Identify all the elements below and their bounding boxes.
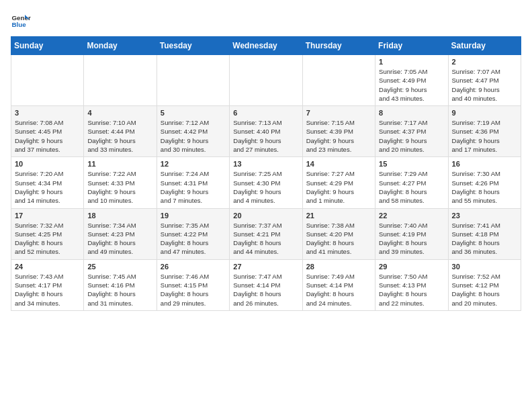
calendar-cell: 10Sunrise: 7:20 AM Sunset: 4:34 PM Dayli… xyxy=(11,157,84,208)
calendar-cell: 12Sunrise: 7:24 AM Sunset: 4:31 PM Dayli… xyxy=(157,157,229,208)
day-info: Sunrise: 7:32 AM Sunset: 4:25 PM Dayligh… xyxy=(15,221,80,257)
day-info: Sunrise: 7:29 AM Sunset: 4:27 PM Dayligh… xyxy=(379,169,444,205)
day-info: Sunrise: 7:41 AM Sunset: 4:18 PM Dayligh… xyxy=(452,221,517,257)
weekday-header-saturday: Saturday xyxy=(448,37,521,55)
calendar-cell xyxy=(230,55,302,106)
day-info: Sunrise: 7:05 AM Sunset: 4:49 PM Dayligh… xyxy=(379,67,444,103)
logo: General Blue xyxy=(11,11,31,31)
page-header: General Blue xyxy=(11,11,521,31)
calendar-cell: 21Sunrise: 7:38 AM Sunset: 4:20 PM Dayli… xyxy=(302,208,375,259)
day-info: Sunrise: 7:24 AM Sunset: 4:31 PM Dayligh… xyxy=(161,169,226,205)
weekday-header-thursday: Thursday xyxy=(302,37,375,55)
day-info: Sunrise: 7:46 AM Sunset: 4:15 PM Dayligh… xyxy=(161,272,226,308)
calendar-cell xyxy=(157,55,229,106)
logo-icon: General Blue xyxy=(11,11,31,31)
day-number: 19 xyxy=(161,212,226,220)
calendar-table: SundayMondayTuesdayWednesdayThursdayFrid… xyxy=(11,36,521,311)
calendar-cell: 23Sunrise: 7:41 AM Sunset: 4:18 PM Dayli… xyxy=(448,208,521,259)
calendar-cell: 20Sunrise: 7:37 AM Sunset: 4:21 PM Dayli… xyxy=(230,208,302,259)
day-info: Sunrise: 7:49 AM Sunset: 4:14 PM Dayligh… xyxy=(306,272,371,308)
calendar-cell xyxy=(11,55,84,106)
calendar-week-row: 3Sunrise: 7:08 AM Sunset: 4:45 PM Daylig… xyxy=(11,106,521,157)
day-number: 27 xyxy=(233,263,298,271)
calendar-cell: 28Sunrise: 7:49 AM Sunset: 4:14 PM Dayli… xyxy=(302,259,375,310)
day-info: Sunrise: 7:22 AM Sunset: 4:33 PM Dayligh… xyxy=(87,169,152,205)
day-info: Sunrise: 7:37 AM Sunset: 4:21 PM Dayligh… xyxy=(233,221,298,257)
calendar-cell: 24Sunrise: 7:43 AM Sunset: 4:17 PM Dayli… xyxy=(11,259,84,310)
weekday-header-friday: Friday xyxy=(375,37,448,55)
day-info: Sunrise: 7:35 AM Sunset: 4:22 PM Dayligh… xyxy=(161,221,226,257)
calendar-cell: 27Sunrise: 7:47 AM Sunset: 4:14 PM Dayli… xyxy=(230,259,302,310)
calendar-cell: 18Sunrise: 7:34 AM Sunset: 4:23 PM Dayli… xyxy=(84,208,157,259)
day-info: Sunrise: 7:30 AM Sunset: 4:26 PM Dayligh… xyxy=(452,169,517,205)
calendar-cell: 6Sunrise: 7:13 AM Sunset: 4:40 PM Daylig… xyxy=(230,106,302,157)
day-info: Sunrise: 7:15 AM Sunset: 4:39 PM Dayligh… xyxy=(306,118,371,154)
day-number: 16 xyxy=(452,160,517,168)
day-number: 3 xyxy=(15,109,80,117)
calendar-cell: 8Sunrise: 7:17 AM Sunset: 4:37 PM Daylig… xyxy=(375,106,448,157)
calendar-header-row: SundayMondayTuesdayWednesdayThursdayFrid… xyxy=(11,37,521,55)
day-number: 26 xyxy=(161,263,226,271)
weekday-header-tuesday: Tuesday xyxy=(157,37,229,55)
day-info: Sunrise: 7:45 AM Sunset: 4:16 PM Dayligh… xyxy=(87,272,152,308)
calendar-cell: 22Sunrise: 7:40 AM Sunset: 4:19 PM Dayli… xyxy=(375,208,448,259)
day-info: Sunrise: 7:20 AM Sunset: 4:34 PM Dayligh… xyxy=(15,169,80,205)
day-info: Sunrise: 7:52 AM Sunset: 4:12 PM Dayligh… xyxy=(452,272,517,308)
day-number: 17 xyxy=(15,212,80,220)
day-number: 12 xyxy=(161,160,226,168)
calendar-week-row: 1Sunrise: 7:05 AM Sunset: 4:49 PM Daylig… xyxy=(11,55,521,106)
calendar-cell: 14Sunrise: 7:27 AM Sunset: 4:29 PM Dayli… xyxy=(302,157,375,208)
calendar-cell: 2Sunrise: 7:07 AM Sunset: 4:47 PM Daylig… xyxy=(448,55,521,106)
day-info: Sunrise: 7:10 AM Sunset: 4:44 PM Dayligh… xyxy=(87,118,152,154)
day-info: Sunrise: 7:25 AM Sunset: 4:30 PM Dayligh… xyxy=(233,169,298,205)
day-number: 21 xyxy=(306,212,371,220)
day-number: 13 xyxy=(233,160,298,168)
day-info: Sunrise: 7:50 AM Sunset: 4:13 PM Dayligh… xyxy=(379,272,444,308)
calendar-cell: 29Sunrise: 7:50 AM Sunset: 4:13 PM Dayli… xyxy=(375,259,448,310)
day-info: Sunrise: 7:27 AM Sunset: 4:29 PM Dayligh… xyxy=(306,169,371,205)
day-info: Sunrise: 7:08 AM Sunset: 4:45 PM Dayligh… xyxy=(15,118,80,154)
svg-text:General: General xyxy=(12,14,32,21)
day-number: 2 xyxy=(452,58,517,66)
day-number: 18 xyxy=(87,212,152,220)
calendar-cell xyxy=(84,55,157,106)
day-number: 15 xyxy=(379,160,444,168)
day-info: Sunrise: 7:19 AM Sunset: 4:36 PM Dayligh… xyxy=(452,118,517,154)
day-number: 22 xyxy=(379,212,444,220)
day-number: 25 xyxy=(87,263,152,271)
day-number: 20 xyxy=(233,212,298,220)
calendar-cell: 19Sunrise: 7:35 AM Sunset: 4:22 PM Dayli… xyxy=(157,208,229,259)
day-info: Sunrise: 7:17 AM Sunset: 4:37 PM Dayligh… xyxy=(379,118,444,154)
day-info: Sunrise: 7:12 AM Sunset: 4:42 PM Dayligh… xyxy=(161,118,226,154)
calendar-cell: 9Sunrise: 7:19 AM Sunset: 4:36 PM Daylig… xyxy=(448,106,521,157)
day-number: 4 xyxy=(87,109,152,117)
calendar-cell: 11Sunrise: 7:22 AM Sunset: 4:33 PM Dayli… xyxy=(84,157,157,208)
day-info: Sunrise: 7:34 AM Sunset: 4:23 PM Dayligh… xyxy=(87,221,152,257)
day-info: Sunrise: 7:47 AM Sunset: 4:14 PM Dayligh… xyxy=(233,272,298,308)
calendar-cell: 30Sunrise: 7:52 AM Sunset: 4:12 PM Dayli… xyxy=(448,259,521,310)
day-number: 1 xyxy=(379,58,444,66)
day-number: 14 xyxy=(306,160,371,168)
day-info: Sunrise: 7:38 AM Sunset: 4:20 PM Dayligh… xyxy=(306,221,371,257)
calendar-week-row: 10Sunrise: 7:20 AM Sunset: 4:34 PM Dayli… xyxy=(11,157,521,208)
day-info: Sunrise: 7:13 AM Sunset: 4:40 PM Dayligh… xyxy=(233,118,298,154)
weekday-header-wednesday: Wednesday xyxy=(230,37,302,55)
calendar-cell: 5Sunrise: 7:12 AM Sunset: 4:42 PM Daylig… xyxy=(157,106,229,157)
calendar-cell: 4Sunrise: 7:10 AM Sunset: 4:44 PM Daylig… xyxy=(84,106,157,157)
svg-text:Blue: Blue xyxy=(12,21,27,28)
day-number: 10 xyxy=(15,160,80,168)
calendar-cell: 3Sunrise: 7:08 AM Sunset: 4:45 PM Daylig… xyxy=(11,106,84,157)
day-number: 23 xyxy=(452,212,517,220)
day-number: 7 xyxy=(306,109,371,117)
calendar-cell: 17Sunrise: 7:32 AM Sunset: 4:25 PM Dayli… xyxy=(11,208,84,259)
calendar-cell: 7Sunrise: 7:15 AM Sunset: 4:39 PM Daylig… xyxy=(302,106,375,157)
day-number: 6 xyxy=(233,109,298,117)
day-number: 28 xyxy=(306,263,371,271)
day-number: 11 xyxy=(87,160,152,168)
calendar-cell xyxy=(302,55,375,106)
day-info: Sunrise: 7:43 AM Sunset: 4:17 PM Dayligh… xyxy=(15,272,80,308)
calendar-cell: 26Sunrise: 7:46 AM Sunset: 4:15 PM Dayli… xyxy=(157,259,229,310)
calendar-cell: 15Sunrise: 7:29 AM Sunset: 4:27 PM Dayli… xyxy=(375,157,448,208)
day-info: Sunrise: 7:40 AM Sunset: 4:19 PM Dayligh… xyxy=(379,221,444,257)
weekday-header-sunday: Sunday xyxy=(11,37,84,55)
